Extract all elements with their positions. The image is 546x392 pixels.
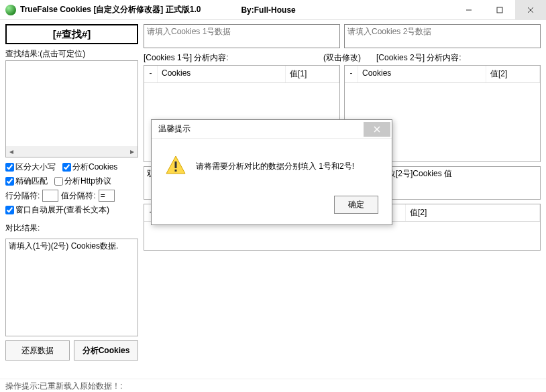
row-sep-input[interactable] xyxy=(42,190,58,202)
alert-dialog: 温馨提示 请将需要分析对比的数据分别填入 1号和2号! 确定 xyxy=(151,119,392,225)
window-author: By:Full-House xyxy=(241,5,295,15)
cookies2-input[interactable] xyxy=(344,24,541,48)
dialog-close-button[interactable] xyxy=(364,122,390,137)
scrollbar-horizontal[interactable]: ◂ ▸ xyxy=(6,146,138,157)
svg-rect-7 xyxy=(175,161,177,168)
titlebar: TrueFalse Cookies [自定义分析修改器] 正式版1.0 By:F… xyxy=(0,0,546,20)
close-button[interactable] xyxy=(515,0,546,20)
expand-icon[interactable]: - xyxy=(345,66,358,82)
dblclick-hint: (双击修改) xyxy=(312,52,372,64)
cookies1-input[interactable] xyxy=(144,24,340,48)
checkbox-exact-match[interactable]: 精确匹配 xyxy=(5,176,48,187)
dialog-ok-button[interactable]: 确定 xyxy=(334,196,378,214)
compare-label: 对比结果: xyxy=(5,222,138,233)
analyze-button[interactable]: 分析Cookies xyxy=(74,340,138,361)
svg-rect-8 xyxy=(175,170,177,172)
svg-rect-1 xyxy=(497,7,502,13)
col-cookies: Cookies xyxy=(358,66,486,82)
maximize-button[interactable] xyxy=(484,0,515,20)
analysis2-label: [Cookies 2号] 分析内容: xyxy=(376,52,541,64)
row-sep-label: 行分隔符: xyxy=(5,190,40,202)
expand-icon[interactable]: - xyxy=(144,66,158,82)
dialog-title: 温馨提示 xyxy=(158,123,364,135)
checkbox-analyze-cookies[interactable]: 分析Cookies xyxy=(62,161,117,173)
analysis1-label: [Cookies 1号] 分析内容: xyxy=(144,52,308,64)
checkbox-case-sensitive[interactable]: 区分大小写 xyxy=(5,161,56,173)
status-bar: 操作提示:已重新载入原始数据！: xyxy=(0,379,546,392)
minimize-button[interactable] xyxy=(453,0,484,20)
results-list[interactable]: ◂ ▸ xyxy=(5,60,138,157)
col-value2: 值[2] xyxy=(486,66,540,82)
dialog-message: 请将需要分析对比的数据分别填入 1号和2号! xyxy=(196,161,354,172)
results-label: 查找结果:(点击可定位) xyxy=(5,48,138,59)
search-input[interactable]: [#查找#] xyxy=(5,24,138,44)
col-value1: 值[1] xyxy=(286,66,339,82)
checkbox-analyze-http[interactable]: 分析Http协议 xyxy=(54,176,111,187)
scroll-right-icon[interactable]: ▸ xyxy=(127,146,138,157)
checkbox-auto-expand[interactable]: 窗口自动展开(查看长文本) xyxy=(5,204,109,216)
diff-col-v2: 值[2] xyxy=(406,204,540,221)
col-cookies: Cookies xyxy=(158,66,286,82)
scroll-left-icon[interactable]: ◂ xyxy=(6,146,17,157)
app-icon xyxy=(5,5,16,15)
val-sep-label: 值分隔符: xyxy=(61,190,95,202)
window-title: TrueFalse Cookies [自定义分析修改器] 正式版1.0 xyxy=(20,4,201,15)
restore-button[interactable]: 还原数据 xyxy=(5,340,70,361)
compare-result-box: 请填入(1号)(2号) Cookies数据. xyxy=(5,239,138,336)
warning-icon xyxy=(165,155,186,178)
val-sep-input[interactable] xyxy=(99,190,115,202)
